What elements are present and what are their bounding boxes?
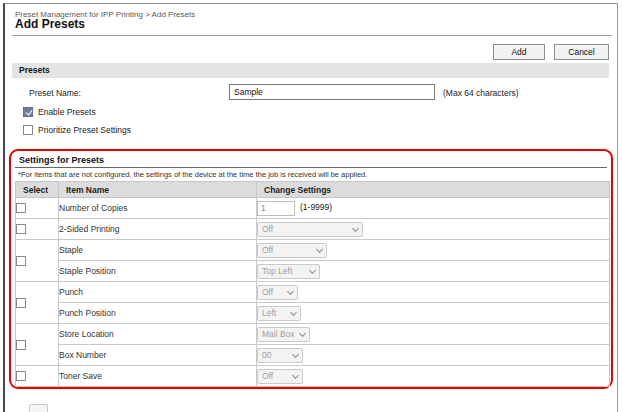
table-header-row: Select Item Name Change Settings [16,182,610,198]
preset-name-hint: (Max 64 characters) [443,88,519,98]
change-settings-cell: Top Left [257,261,610,282]
select-cell [16,198,59,219]
change-settings-cell: Off [257,219,610,240]
settings-note: *For items that are not configured, the … [14,168,608,181]
prioritize-preset-settings-label: Prioritize Preset Settings [38,125,131,135]
select-value: Mail Box [262,329,295,339]
table-row: Toner SaveOff [16,366,610,387]
chevron-down-icon [299,329,306,336]
select-value: Off [262,287,273,297]
item-name: Box Number [59,345,257,366]
table-row: Store LocationMail Box [16,324,610,345]
select-checkbox-punch[interactable] [16,298,26,308]
chevron-down-icon [292,371,299,378]
change-settings-cell: 00 [257,345,610,366]
column-header-select: Select [16,182,59,198]
select-value: 00 [262,350,271,360]
chevron-down-icon [316,245,323,252]
window: Preset Management for IPP Printing > Add… [3,3,618,412]
range-hint: (1-9999) [300,202,332,212]
item-name: Store Location [59,324,257,345]
item-name: Punch Position [59,303,257,324]
table-row: Number of Copies(1-9999) [16,198,610,219]
number-of-copies-input[interactable] [257,201,295,216]
select-value: Top Left [262,266,292,276]
select-checkbox-toner-save[interactable] [16,371,26,381]
page-title: Add Presets [12,17,612,36]
select-value: Left [262,308,276,318]
change-settings-cell: Off [257,240,610,261]
change-settings-cell: Left [257,303,610,324]
enable-presets-label: Enable Presets [38,107,96,117]
change-settings-cell: Off [257,282,610,303]
column-header-change-settings: Change Settings [257,182,610,198]
select-value: Off [262,224,273,234]
box-number-select[interactable]: 00 [257,348,303,363]
preset-name-input[interactable] [229,84,435,100]
select-checkbox-staple[interactable] [16,256,26,266]
settings-section-title: Settings for Presets [15,153,607,168]
change-settings-cell: Off [257,366,610,387]
cutoff-element [29,404,48,412]
select-cell [16,219,59,240]
enable-presets-checkbox[interactable] [23,107,33,117]
store-location-select[interactable]: Mail Box [257,327,310,342]
select-value: Off [262,371,273,381]
table-row: 2-Sided PrintingOff [16,219,610,240]
select-cell [16,240,59,282]
table-row: StapleOff [16,240,610,261]
punch-select[interactable]: Off [257,285,298,300]
item-name: Staple Position [59,261,257,282]
item-name: 2-Sided Printing [59,219,257,240]
chevron-down-icon [292,350,299,357]
cancel-button[interactable]: Cancel [554,44,609,60]
select-value: Off [262,245,273,255]
change-settings-cell: Mail Box [257,324,610,345]
item-name: Number of Copies [59,198,257,219]
prioritize-preset-settings-checkbox[interactable] [23,125,33,135]
table-row: Box Number00 [16,345,610,366]
item-name: Punch [59,282,257,303]
select-cell [16,366,59,387]
select-checkbox-store-location[interactable] [16,340,26,350]
table-row: Punch PositionLeft [16,303,610,324]
select-cell [16,282,59,324]
settings-for-presets-panel: Settings for Presets *For items that are… [9,149,613,389]
select-checkbox-two-sided-printing[interactable] [16,224,26,234]
punch-position-select[interactable]: Left [257,306,301,321]
settings-table: Select Item Name Change Settings Number … [15,181,610,387]
staple-select[interactable]: Off [257,243,327,258]
item-name: Toner Save [59,366,257,387]
add-button[interactable]: Add [493,44,545,60]
toner-save-select[interactable]: Off [257,369,303,384]
table-row: PunchOff [16,282,610,303]
select-checkbox-number-of-copies[interactable] [16,203,26,213]
item-name: Staple [59,240,257,261]
staple-position-select[interactable]: Top Left [257,264,320,279]
preset-name-label: Preset Name: [29,88,81,98]
table-row: Staple PositionTop Left [16,261,610,282]
change-settings-cell: (1-9999) [257,198,610,219]
chevron-down-icon [287,287,294,294]
column-header-item-name: Item Name [59,182,257,198]
presets-section-bar: Presets [12,63,609,78]
chevron-down-icon [290,308,297,315]
chevron-down-icon [309,266,316,273]
select-cell [16,324,59,366]
chevron-down-icon [352,224,359,231]
two-sided-printing-select[interactable]: Off [257,222,363,237]
